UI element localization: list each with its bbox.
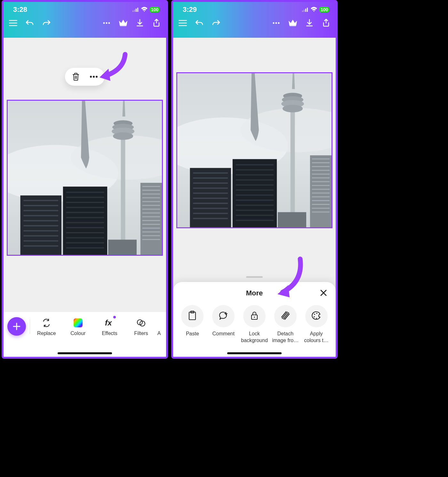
replace-icon [41,318,52,328]
add-button[interactable] [7,317,26,336]
svg-rect-107 [312,174,330,175]
svg-rect-90 [193,218,228,219]
panel-paste[interactable]: Paste [178,305,207,344]
undo-icon[interactable] [195,19,204,27]
signal-icon [132,5,139,14]
svg-rect-115 [312,204,330,205]
menu-icon[interactable] [9,19,18,27]
phone-left: 3:28 100 [2,0,168,359]
svg-rect-51 [142,213,160,214]
toolbar-overflow[interactable]: A [157,316,164,336]
status-right: 100 [132,5,160,14]
svg-rect-1 [134,10,135,12]
more-horizontal-icon[interactable] [102,19,111,27]
toolbar-replace[interactable]: Replace [31,316,62,336]
download-icon[interactable] [135,19,144,27]
svg-rect-104 [312,162,330,163]
svg-rect-112 [312,192,330,193]
toolbar-replace-label: Replace [37,331,56,336]
status-bar: 3:28 100 [4,2,166,15]
home-indicator[interactable] [58,352,112,354]
selected-image[interactable] [176,72,332,228]
panel-lock-label: Lock background [240,331,269,344]
more-panel: More Paste Comment Lock background [173,282,336,357]
panel-paste-label: Paste [186,331,199,337]
svg-point-6 [108,22,110,24]
bottom-toolbar: Replace Colour fx Effects Filters [4,312,166,357]
svg-rect-35 [66,207,104,208]
svg-rect-24 [23,210,58,211]
svg-rect-39 [66,227,104,228]
undo-icon[interactable] [25,19,34,27]
canvas-area[interactable]: More Paste Comment Lock background [173,38,336,357]
more-horizontal-icon[interactable] [272,19,281,27]
toolbar-colour-label: Colour [70,331,85,336]
svg-rect-55 [142,228,160,229]
svg-rect-21 [108,240,137,255]
status-bar: 3:29 100 [173,2,336,15]
panel-comment-label: Comment [212,331,235,337]
topbar: 3:29 100 [173,2,336,38]
svg-rect-93 [236,174,274,176]
svg-rect-2 [136,9,137,12]
panel-detach-label: Detach image fro… [270,331,300,344]
svg-rect-54 [142,224,160,225]
svg-rect-50 [142,209,160,210]
comment-icon [218,311,228,322]
selected-image[interactable] [7,100,163,256]
canvas-area[interactable]: Replace Colour fx Effects Filters [4,38,166,357]
panel-apply-colours[interactable]: Apply colours t… [301,305,331,344]
svg-rect-105 [312,166,330,167]
svg-rect-27 [23,225,58,226]
menu-icon[interactable] [178,19,187,27]
svg-rect-97 [236,194,274,196]
toolbar-effects[interactable]: fx Effects [94,316,125,336]
svg-rect-57 [142,235,160,236]
svg-point-5 [106,22,108,24]
panel-detach-image[interactable]: Detach image fro… [270,305,300,344]
svg-rect-52 [142,216,160,217]
svg-rect-84 [193,188,228,189]
svg-rect-85 [193,192,228,194]
redo-icon[interactable] [212,19,220,27]
crown-icon[interactable] [288,19,297,27]
svg-rect-98 [236,199,274,201]
annotation-arrow [270,256,305,299]
redo-icon[interactable] [42,19,51,27]
svg-rect-34 [66,202,104,203]
svg-rect-62 [302,11,303,12]
close-icon[interactable] [318,288,329,298]
toolbar-colour[interactable]: Colour [63,316,93,336]
download-icon[interactable] [305,19,314,27]
panel-lock-background[interactable]: Lock background [240,305,269,344]
crown-icon[interactable] [119,19,128,27]
trash-icon[interactable] [71,72,80,81]
svg-rect-47 [142,197,160,198]
svg-rect-110 [312,185,330,186]
svg-rect-23 [23,205,58,206]
status-right: 100 [302,5,329,14]
svg-rect-49 [142,205,160,206]
svg-rect-81 [193,172,228,174]
battery-indicator: 100 [150,7,160,12]
home-indicator[interactable] [227,352,282,354]
share-icon[interactable] [322,19,331,27]
svg-rect-32 [66,192,104,193]
panel-comment[interactable]: Comment [209,305,238,344]
svg-rect-89 [193,213,228,214]
svg-rect-114 [312,200,330,201]
topbar: 3:28 100 [4,2,166,38]
panel-handle[interactable] [246,276,263,278]
svg-point-4 [103,22,105,24]
toolbar-filters[interactable]: Filters [126,316,156,336]
svg-rect-72 [291,111,295,227]
svg-rect-30 [23,240,58,242]
svg-rect-65 [307,8,308,12]
svg-point-68 [278,22,280,24]
svg-rect-95 [236,184,274,186]
app-toolbar [173,15,336,27]
effects-icon: fx [104,318,115,328]
share-icon[interactable] [152,19,161,27]
colour-icon [73,318,83,328]
palette-icon [311,311,322,322]
